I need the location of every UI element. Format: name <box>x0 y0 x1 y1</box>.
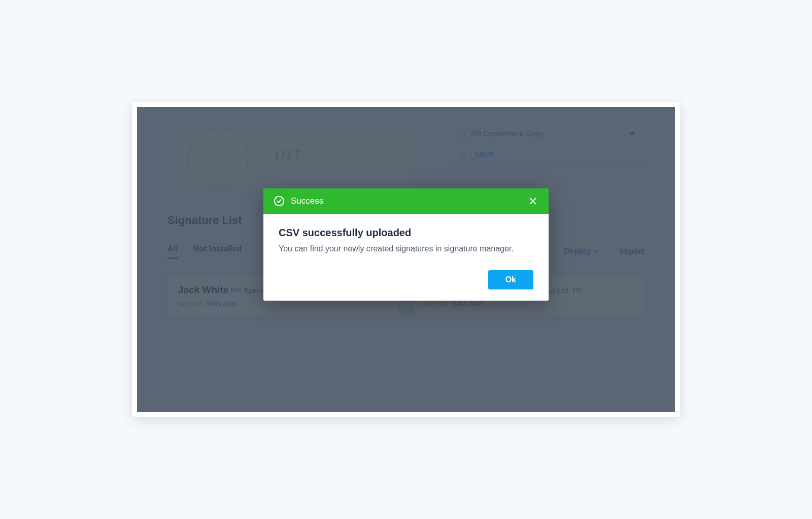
modal-title: CSV successfully uploaded <box>279 227 533 239</box>
check-circle-icon <box>274 196 285 207</box>
app-frame: INT ⠿ PR Department Copy ★ ⠿ _MINE Signa… <box>132 102 680 417</box>
svg-point-0 <box>275 197 284 206</box>
close-icon <box>528 197 537 206</box>
modal-header: Success <box>263 188 549 214</box>
ok-button[interactable]: Ok <box>488 270 533 289</box>
close-button[interactable] <box>527 196 538 207</box>
success-modal: Success CSV successfully uploaded You ca… <box>263 188 549 301</box>
app-viewport: INT ⠿ PR Department Copy ★ ⠿ _MINE Signa… <box>137 107 675 412</box>
modal-text: You can find your newly created signatur… <box>279 243 533 255</box>
modal-header-label: Success <box>291 196 323 206</box>
modal-footer: Ok <box>279 270 533 289</box>
modal-body: CSV successfully uploaded You can find y… <box>263 214 549 301</box>
